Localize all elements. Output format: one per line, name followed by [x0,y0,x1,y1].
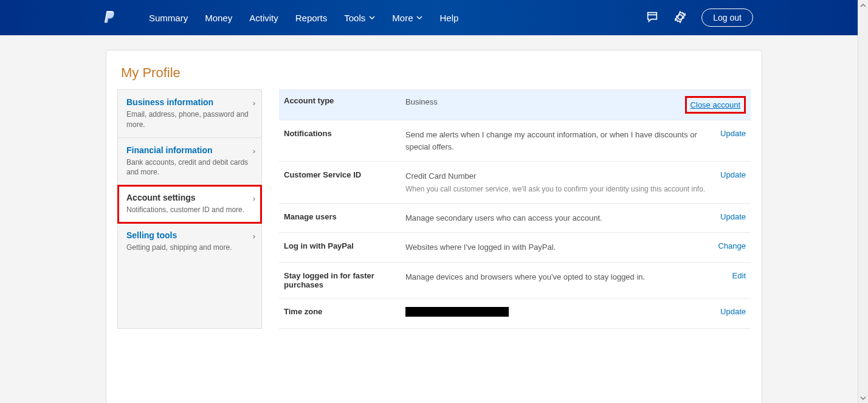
scroll-down-button[interactable] [858,393,868,403]
sidebar-item-desc: Getting paid, shipping and more. [126,243,253,253]
setting-label: Account type [284,96,405,105]
setting-label: Manage users [284,212,405,221]
update-link[interactable]: Update [708,170,746,179]
setting-value: Manage secondary users who can access yo… [405,212,708,224]
setting-row-notifications: Notifications Send me alerts when I chan… [279,120,751,162]
setting-label: Customer Service ID [284,170,405,179]
page-title: My Profile [106,65,762,89]
nav-reports[interactable]: Reports [287,13,336,23]
nav-tools[interactable]: Tools [336,13,384,23]
top-nav-header: Summary Money Activity Reports Tools Mor… [0,0,868,35]
setting-row-stay-logged-in: Stay logged in for faster purchases Mana… [279,263,751,298]
nav-money[interactable]: Money [196,13,241,23]
chevron-right-icon: › [253,232,255,241]
nav-help[interactable]: Help [431,13,467,23]
setting-sub: When you call customer service, we'll as… [405,184,708,195]
nav-activity[interactable]: Activity [241,13,287,23]
setting-label: Notifications [284,129,405,138]
nav-menu: Summary Money Activity Reports Tools Mor… [140,13,467,23]
content-wrap: Business information Email, address, pho… [106,89,762,329]
sidebar-item-account-settings[interactable]: Account settings Notifications, customer… [118,185,261,223]
setting-value: Send me alerts when I change my account … [405,129,708,153]
nav-summary[interactable]: Summary [140,13,196,23]
sidebar-item-title: Business information [126,97,253,107]
setting-label: Log in with PayPal [284,241,405,250]
edit-link[interactable]: Edit [720,271,746,280]
chevron-down-icon [369,15,375,21]
setting-row-login-paypal: Log in with PayPal Websites where I've l… [279,233,751,263]
close-account-link[interactable]: Close account [691,100,740,109]
sidebar-item-desc: Bank accounts, credit and debit cards an… [126,157,253,178]
sidebar-item-title: Financial information [126,145,253,155]
scroll-up-button[interactable] [858,0,868,10]
header-inner: Summary Money Activity Reports Tools Mor… [97,9,753,27]
sidebar-item-selling-tools[interactable]: Selling tools Getting paid, shipping and… [118,223,261,260]
update-link[interactable]: Update [708,212,746,221]
setting-value: Manage devices and browsers where you've… [405,271,720,283]
sidebar-item-business-info[interactable]: Business information Email, address, pho… [118,90,261,138]
logout-button[interactable]: Log out [701,9,753,27]
settings-panel: Account type Business Close account Noti… [279,89,751,329]
setting-row-manage-users: Manage users Manage secondary users who … [279,204,751,233]
setting-label: Stay logged in for faster purchases [284,271,405,289]
setting-row-account-type: Account type Business Close account [279,89,751,120]
nav-more[interactable]: More [384,13,431,23]
close-account-highlight: Close account [685,96,746,114]
setting-value: Credit Card Number When you call custome… [405,170,708,195]
setting-label: Time zone [284,307,405,316]
setting-row-customer-service-id: Customer Service ID Credit Card Number W… [279,162,751,204]
update-link[interactable]: Update [708,129,746,138]
header-right: Log out [646,9,753,27]
paypal-logo-icon[interactable] [103,10,116,26]
chevron-right-icon: › [253,98,255,108]
sidebar-item-desc: Notifications, customer ID and more. [126,205,253,215]
sidebar-item-title: Selling tools [126,230,253,240]
main-container: My Profile Business information Email, a… [106,50,762,403]
chevron-down-icon [416,15,422,21]
setting-value: Business [405,96,685,108]
sidebar-item-financial-info[interactable]: Financial information Bank accounts, cre… [118,138,261,186]
messages-icon[interactable] [646,10,659,26]
chevron-right-icon: › [253,194,255,203]
update-link[interactable]: Update [708,307,746,316]
profile-sidebar: Business information Email, address, pho… [117,89,262,329]
chevron-right-icon: › [253,146,255,156]
gear-icon[interactable] [673,10,687,26]
change-link[interactable]: Change [706,241,746,250]
sidebar-item-desc: Email, address, phone, password and more… [126,109,253,130]
setting-value [405,307,708,320]
sidebar-item-title: Account settings [126,193,253,202]
setting-row-time-zone: Time zone Update [279,298,751,329]
scrollbar-track[interactable] [858,0,868,403]
redacted-value [405,307,509,317]
setting-value: Websites where I've logged in with PayPa… [405,241,706,253]
